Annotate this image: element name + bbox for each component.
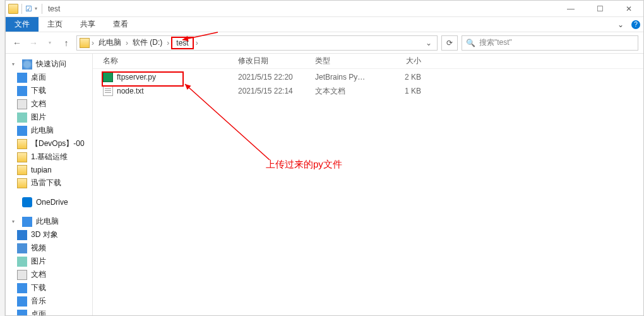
sidebar-item-label: 桌面 bbox=[31, 309, 46, 315]
sidebar-item-label: 文档 bbox=[31, 99, 46, 109]
nav-up-button[interactable]: ↑ bbox=[60, 38, 73, 48]
desktop-icon bbox=[17, 73, 27, 83]
qat-dropdown-icon[interactable]: ▾ bbox=[33, 6, 39, 11]
text-file-icon bbox=[103, 86, 113, 96]
window-left-gutter bbox=[0, 0, 5, 316]
search-box[interactable]: 🔍 搜索"test" bbox=[462, 35, 638, 51]
file-row[interactable]: node.txt 2021/5/15 22:14 文本文档 1 KB bbox=[93, 84, 643, 98]
help-icon: ? bbox=[631, 20, 640, 29]
address-dropdown-icon[interactable]: ⌄ bbox=[423, 39, 434, 47]
nav-history-dropdown[interactable]: ▾ bbox=[44, 40, 56, 46]
sidebar-item-label: 音乐 bbox=[31, 296, 46, 307]
search-icon: 🔍 bbox=[466, 39, 475, 47]
tab-home[interactable]: 主页 bbox=[39, 17, 71, 32]
chevron-right-icon[interactable]: › bbox=[91, 39, 95, 47]
sidebar-item-label: OneDrive bbox=[36, 198, 68, 207]
file-type: 文本文档 bbox=[310, 86, 376, 97]
refresh-button[interactable]: ⟳ bbox=[441, 35, 458, 51]
music-icon bbox=[17, 296, 27, 307]
sidebar-item-pictures2[interactable]: 图片 bbox=[6, 255, 92, 268]
sidebar-item-documents[interactable]: 文档 bbox=[6, 97, 92, 111]
sidebar-item-downloads[interactable]: 下载 bbox=[6, 84, 92, 97]
explorer-body: ▾快速访问 桌面 下载 文档 图片 此电脑 【DevOps】-00 1.基础运维… bbox=[6, 54, 643, 315]
tab-file[interactable]: 文件 bbox=[6, 17, 39, 32]
download-icon bbox=[17, 86, 27, 96]
help-button[interactable]: ? bbox=[628, 17, 643, 32]
sidebar-item-devops[interactable]: 【DevOps】-00 bbox=[6, 137, 92, 150]
nav-sidebar: ▾快速访问 桌面 下载 文档 图片 此电脑 【DevOps】-00 1.基础运维… bbox=[6, 54, 93, 315]
chevron-right-icon[interactable]: › bbox=[125, 39, 129, 47]
picture-icon bbox=[17, 257, 27, 267]
sidebar-item-label: 桌面 bbox=[31, 72, 46, 83]
breadcrumb-drive[interactable]: 软件 (D:) bbox=[130, 36, 165, 49]
sidebar-item-label: 下载 bbox=[31, 85, 46, 96]
sidebar-item-label: tupian bbox=[31, 166, 52, 174]
desktop-icon bbox=[17, 310, 27, 316]
sidebar-item-music[interactable]: 音乐 bbox=[6, 295, 92, 308]
folder-icon bbox=[17, 165, 27, 175]
file-row[interactable]: ftpserver.py 2021/5/15 22:20 JetBrains P… bbox=[93, 70, 643, 84]
sidebar-item-quick-access[interactable]: ▾快速访问 bbox=[6, 58, 92, 71]
addr-folder-icon bbox=[80, 38, 90, 48]
minimize-button[interactable]: ― bbox=[556, 1, 585, 17]
chevron-down-icon[interactable]: ▾ bbox=[12, 219, 18, 224]
download-icon bbox=[17, 283, 27, 293]
qat-separator-2 bbox=[42, 4, 42, 14]
sidebar-item-label: 文档 bbox=[31, 269, 46, 280]
col-header-size[interactable]: 大小 bbox=[376, 56, 426, 66]
sidebar-item-desktop2[interactable]: 桌面 bbox=[6, 308, 92, 315]
sidebar-item-3d[interactable]: 3D 对象 bbox=[6, 228, 92, 241]
sidebar-item-label: 视频 bbox=[31, 243, 46, 253]
sidebar-item-desktop[interactable]: 桌面 bbox=[6, 71, 92, 84]
search-placeholder: 搜索"test" bbox=[479, 37, 512, 48]
sidebar-item-label: 【DevOps】-00 bbox=[31, 138, 85, 149]
sidebar-item-thispc2[interactable]: ▾此电脑 bbox=[6, 215, 92, 228]
sidebar-item-tupian[interactable]: tupian bbox=[6, 164, 92, 176]
pc-icon bbox=[22, 217, 32, 227]
sidebar-item-xunlei[interactable]: 迅雷下载 bbox=[6, 176, 92, 190]
sidebar-item-thispc[interactable]: 此电脑 bbox=[6, 124, 92, 137]
nav-forward-button[interactable]: → bbox=[27, 38, 40, 48]
sidebar-item-downloads2[interactable]: 下载 bbox=[6, 281, 92, 295]
pc-icon bbox=[17, 126, 27, 136]
file-list-pane: 名称 修改日期 类型 大小 ftpserver.py 2021/5/15 22:… bbox=[93, 54, 643, 315]
sidebar-item-label: 3D 对象 bbox=[31, 229, 58, 240]
breadcrumb-pc[interactable]: 此电脑 bbox=[96, 36, 124, 49]
qat-checkbox-icon[interactable]: ☑ bbox=[25, 4, 32, 13]
chevron-right-icon[interactable]: › bbox=[195, 39, 199, 47]
sidebar-item-documents2[interactable]: 文档 bbox=[6, 268, 92, 281]
folder-icon bbox=[17, 178, 27, 188]
tab-share[interactable]: 共享 bbox=[71, 17, 104, 32]
col-header-type[interactable]: 类型 bbox=[310, 56, 376, 66]
sidebar-item-onedrive[interactable]: OneDrive bbox=[6, 196, 92, 209]
column-headers: 名称 修改日期 类型 大小 bbox=[93, 54, 643, 69]
chevron-down-icon[interactable]: ▾ bbox=[12, 61, 18, 67]
file-rows: ftpserver.py 2021/5/15 22:20 JetBrains P… bbox=[93, 69, 643, 98]
folder-icon bbox=[8, 4, 18, 14]
sidebar-item-label: 快速访问 bbox=[36, 59, 66, 70]
address-bar[interactable]: › 此电脑 › 软件 (D:) › test › ⌄ bbox=[76, 35, 438, 51]
window-title: test bbox=[48, 4, 60, 13]
sidebar-item-pictures[interactable]: 图片 bbox=[6, 111, 92, 124]
file-name: ftpserver.py bbox=[117, 73, 156, 82]
nav-back-button[interactable]: ← bbox=[11, 38, 23, 48]
qat-separator bbox=[21, 4, 22, 14]
maximize-button[interactable]: ☐ bbox=[585, 1, 614, 17]
chevron-right-icon[interactable]: › bbox=[166, 39, 170, 47]
folder-icon bbox=[17, 152, 27, 162]
folder-icon bbox=[17, 139, 27, 149]
sidebar-item-label: 迅雷下载 bbox=[31, 178, 61, 188]
explorer-window: ☑ ▾ test ― ☐ ✕ 文件 主页 共享 查看 ⌄ ? ← → ▾ ↑ ›… bbox=[5, 0, 644, 316]
tab-view[interactable]: 查看 bbox=[104, 17, 137, 32]
col-header-date[interactable]: 修改日期 bbox=[233, 56, 310, 66]
breadcrumb-current[interactable]: test bbox=[171, 37, 193, 49]
file-name: node.txt bbox=[117, 87, 144, 95]
close-button[interactable]: ✕ bbox=[614, 1, 643, 17]
sidebar-item-basic[interactable]: 1.基础运维 bbox=[6, 150, 92, 164]
file-size: 2 KB bbox=[376, 73, 426, 82]
titlebar: ☑ ▾ test ― ☐ ✕ bbox=[6, 1, 643, 17]
ribbon-expand-icon[interactable]: ⌄ bbox=[613, 17, 628, 32]
col-header-name[interactable]: 名称 bbox=[93, 56, 233, 66]
file-date: 2021/5/15 22:20 bbox=[233, 73, 310, 82]
sidebar-item-video[interactable]: 视频 bbox=[6, 241, 92, 255]
